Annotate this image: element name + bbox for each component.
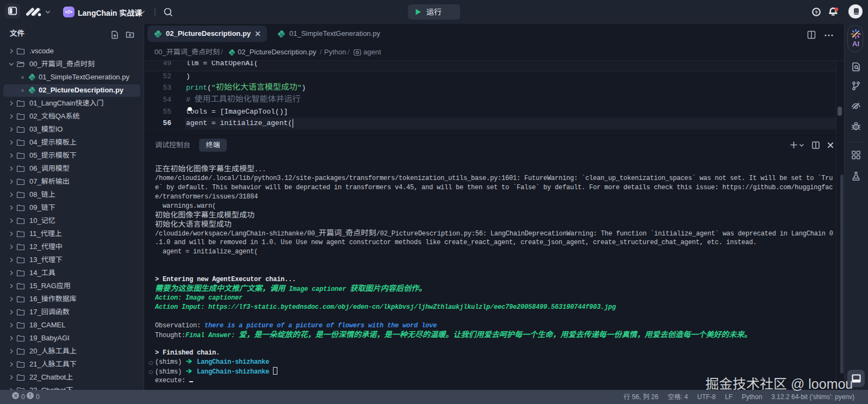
svg-text:?: ? <box>815 9 818 15</box>
